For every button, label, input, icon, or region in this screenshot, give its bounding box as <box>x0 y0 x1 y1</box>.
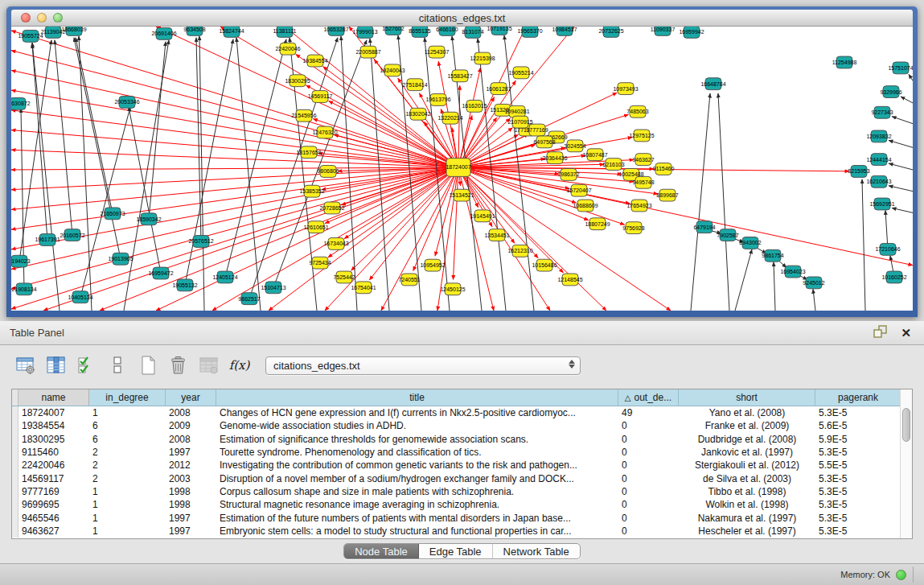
graph-node[interactable]: 7986372 <box>557 169 579 181</box>
table-row[interactable]: 1938455462009Genome-wide association stu… <box>12 419 901 432</box>
black-edge[interactable] <box>735 249 752 311</box>
graph-node[interactable]: 20576512 <box>188 236 213 248</box>
graph-node[interactable]: 20053346 <box>114 97 139 109</box>
graph-node[interactable]: 16734043 <box>323 238 348 250</box>
black-edge[interactable] <box>889 186 913 192</box>
graph-node[interactable]: 16754041 <box>351 282 376 294</box>
new-column-icon[interactable] <box>135 353 160 377</box>
red-edge[interactable] <box>11 130 458 167</box>
black-edge[interactable] <box>79 36 92 311</box>
graph-node[interactable]: 3024554 <box>564 140 585 152</box>
red-edge[interactable] <box>325 167 458 224</box>
graph-node[interactable]: 17210646 <box>875 243 900 255</box>
graph-node[interactable]: 8215953 <box>848 166 869 178</box>
graph-node[interactable]: 12444154 <box>866 154 891 166</box>
graph-node[interactable]: 21650973 <box>100 208 125 220</box>
table-vertical-scrollbar[interactable] <box>900 389 912 538</box>
column-header-pagerank[interactable]: pagerank <box>815 389 901 406</box>
graph-node[interactable]: 11254988 <box>832 56 857 68</box>
black-edge[interactable] <box>74 38 121 259</box>
graph-node[interactable]: 16162015 <box>462 100 487 112</box>
graph-node[interactable]: 9756928 <box>622 222 644 234</box>
graph-node[interactable]: 19055132 <box>172 279 197 291</box>
graph-node[interactable]: 19055724 <box>18 30 43 42</box>
graph-node[interactable]: 12215398 <box>470 52 495 64</box>
graph-node[interactable]: 21908134 <box>11 283 36 295</box>
table-row[interactable]: 946554611997Estimation of the future num… <box>12 511 901 524</box>
red-edge[interactable] <box>220 27 458 167</box>
black-edge[interactable] <box>691 93 710 311</box>
graph-node[interactable]: 10719135 <box>487 27 511 35</box>
graph-hub-node[interactable]: 18724007 <box>446 159 470 177</box>
graph-node[interactable]: 15751074 <box>888 62 913 74</box>
black-edge[interactable] <box>889 140 913 147</box>
graph-node[interactable]: 15824744 <box>219 27 244 37</box>
delete-table-icon[interactable] <box>196 353 221 377</box>
graph-node[interactable]: 16959942 <box>679 27 704 38</box>
graph-node[interactable]: 19384554 <box>302 55 327 67</box>
graph-node[interactable]: 7485063 <box>626 105 648 117</box>
black-edge[interactable] <box>892 117 913 124</box>
graph-node[interactable]: 12975125 <box>629 130 654 142</box>
graph-node[interactable]: 9725434 <box>309 257 331 269</box>
graph-node[interactable]: 9463627 <box>632 154 654 166</box>
graph-node[interactable]: 22420046 <box>275 43 300 55</box>
tab-edge-table[interactable]: Edge Table <box>419 544 493 558</box>
black-edge[interactable] <box>236 38 261 311</box>
tab-node-table[interactable]: Node Table <box>344 544 419 558</box>
graph-node[interactable]: 7240551 <box>398 274 420 286</box>
graph-node[interactable]: 11381111 <box>273 27 296 37</box>
black-edge[interactable] <box>149 42 166 220</box>
deselect-rows-icon[interactable] <box>105 353 129 377</box>
black-edge[interactable] <box>889 163 913 170</box>
delete-columns-icon[interactable] <box>166 353 191 377</box>
black-edge[interactable] <box>32 43 60 311</box>
black-edge[interactable] <box>185 39 233 286</box>
column-header-title[interactable]: title <box>216 389 618 406</box>
zoom-window-button[interactable] <box>53 13 63 23</box>
column-header-outde[interactable]: △out_de... <box>618 389 679 406</box>
black-edge[interactable] <box>909 74 913 80</box>
graph-node[interactable]: 9861754 <box>762 249 783 262</box>
graph-node[interactable]: 9227343 <box>871 106 893 118</box>
graph-node[interactable]: 10688609 <box>573 200 598 212</box>
graph-node[interactable]: 27518414 <box>402 79 427 91</box>
tab-network-table[interactable]: Network Table <box>493 544 580 558</box>
graph-node[interactable]: 8131074 <box>462 27 483 38</box>
table-row[interactable]: 977716911998Corpus callosum shape and si… <box>12 485 901 498</box>
graph-node[interactable]: 6497568 <box>533 136 555 148</box>
graph-node[interactable]: 22630872 <box>11 97 31 109</box>
scrollbar-thumb[interactable] <box>902 408 910 442</box>
graph-node[interactable]: 9634508 <box>183 27 205 35</box>
float-window-icon[interactable] <box>873 325 888 341</box>
minimize-window-button[interactable] <box>37 13 47 23</box>
function-builder-icon[interactable]: f(x) <box>227 353 252 377</box>
graph-node[interactable]: 20160572 <box>60 229 84 241</box>
graph-node[interactable]: 10160252 <box>881 271 906 283</box>
table-row[interactable]: 911546021997Tourette syndrome. Phenomeno… <box>12 446 901 459</box>
graph-node[interactable]: 10653287 <box>323 27 348 35</box>
black-edge[interactable] <box>55 40 72 235</box>
graph-node[interactable]: 9245012 <box>803 277 824 289</box>
graph-node[interactable]: 9495748 <box>632 176 654 188</box>
column-header-name[interactable]: name <box>18 389 89 406</box>
black-edge[interactable] <box>32 44 47 240</box>
graph-node[interactable]: 6466160 <box>436 27 458 35</box>
black-edge[interactable] <box>129 107 161 274</box>
graph-node[interactable]: 17654923 <box>626 200 651 212</box>
column-header-year[interactable]: year <box>166 389 216 406</box>
graph-node[interactable]: 12610651 <box>303 221 328 233</box>
graph-node[interactable]: 9115460 <box>653 163 675 175</box>
black-edge[interactable] <box>862 179 865 311</box>
graph-node[interactable]: 9329966 <box>880 86 901 98</box>
black-edge[interactable] <box>901 97 913 103</box>
graph-node[interactable]: 16648784 <box>700 78 725 90</box>
graph-node[interactable]: 8943002 <box>739 237 761 249</box>
black-edge[interactable] <box>718 93 729 311</box>
red-edge[interactable] <box>11 167 458 289</box>
red-edge[interactable] <box>11 167 458 229</box>
black-edge[interactable] <box>76 38 113 214</box>
graph-node[interactable]: 6479194 <box>693 221 715 233</box>
graph-node[interactable]: 8899687 <box>656 189 678 201</box>
graph-node[interactable]: 10954952 <box>420 259 445 271</box>
